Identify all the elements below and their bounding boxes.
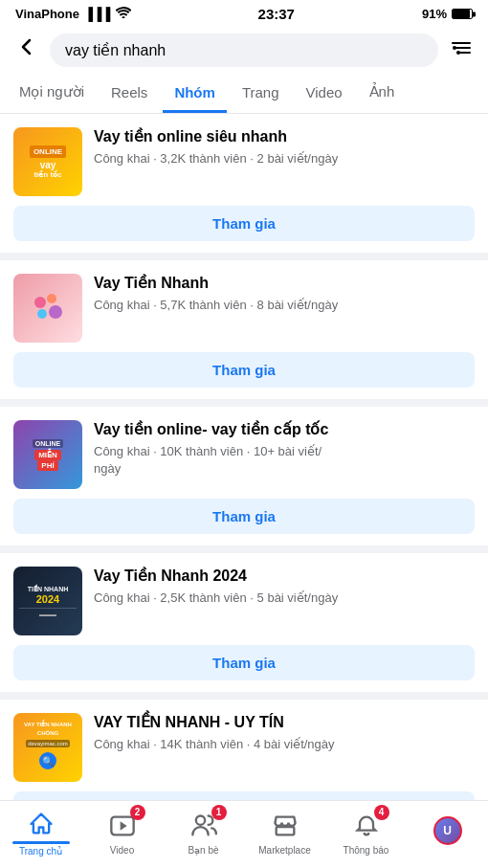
group-meta: Công khai · 14K thành viên · 4 bài viết/… bbox=[94, 736, 475, 753]
svg-point-3 bbox=[453, 46, 456, 50]
nav-icon-wrap bbox=[24, 807, 58, 841]
carrier-info: VinaPhone ▐▐▐ bbox=[15, 7, 131, 21]
nav-icon-wrap: 4 bbox=[349, 809, 384, 843]
group-top: ONLINE vay tiền tốc Vay tiền online siêu… bbox=[13, 127, 475, 196]
battery-icon bbox=[452, 9, 473, 19]
avatar: U bbox=[433, 816, 462, 845]
nav-item-marketplace[interactable]: Marketplace bbox=[256, 809, 314, 856]
filter-tabs: Mọi người Reels Nhóm Trang Video Ảnh bbox=[0, 74, 488, 114]
nav-icon-wrap bbox=[268, 809, 302, 843]
tab-moi-nguoi[interactable]: Mọi người bbox=[8, 74, 96, 113]
group-meta: Công khai · 2,5K thành viên · 5 bài viết… bbox=[94, 590, 475, 607]
signal-icon: ▐▐▐ bbox=[84, 7, 111, 21]
group-name: Vay Tiền Nhanh bbox=[94, 274, 475, 294]
search-row: vay tiền nhanh bbox=[0, 26, 488, 74]
group-top: Vay Tiền Nhanh Công khai · 5,7K thành vi… bbox=[13, 274, 475, 343]
group-thumbnail: TIỀN NHANH 2024 ▬▬▬ bbox=[13, 567, 82, 635]
wifi-icon bbox=[116, 7, 131, 21]
group-top: TIỀN NHANH 2024 ▬▬▬ Vay Tiền Nhanh 2024 … bbox=[13, 567, 475, 635]
nav-label-thong-bao: Thông báo bbox=[344, 845, 389, 856]
svg-point-7 bbox=[49, 305, 62, 319]
nav-item-avatar[interactable]: U bbox=[419, 813, 477, 850]
group-name: VAY TIỀN NHANH - UY TÍN bbox=[94, 713, 475, 733]
status-bar: VinaPhone ▐▐▐ 23:37 91% bbox=[0, 0, 488, 26]
friends-badge: 1 bbox=[211, 805, 227, 820]
list-item: TIỀN NHANH 2024 ▬▬▬ Vay Tiền Nhanh 2024 … bbox=[0, 553, 488, 700]
svg-point-5 bbox=[34, 297, 46, 308]
join-button[interactable]: Tham gia bbox=[13, 206, 475, 241]
list-item: Vay Tiền Nhanh Công khai · 5,7K thành vi… bbox=[0, 260, 488, 407]
group-meta: Công khai · 3,2K thành viên · 2 bài viết… bbox=[94, 150, 475, 167]
list-item: ONLINE vay tiền tốc Vay tiền online siêu… bbox=[0, 114, 488, 260]
group-thumbnail: ONLINE MIỄN PHÍ bbox=[13, 420, 82, 489]
tab-anh[interactable]: Ảnh bbox=[358, 74, 407, 113]
group-info: Vay Tiền Nhanh Công khai · 5,7K thành vi… bbox=[94, 274, 475, 314]
svg-point-4 bbox=[456, 51, 460, 55]
group-thumbnail bbox=[13, 274, 82, 343]
group-meta: Công khai · 5,7K thành viên · 8 bài viết… bbox=[94, 297, 475, 314]
join-button[interactable]: Tham gia bbox=[13, 499, 475, 534]
home-icon bbox=[28, 811, 55, 837]
filter-button[interactable] bbox=[446, 33, 477, 68]
list-item: ONLINE MIỄN PHÍ Vay tiền online- vay tiề… bbox=[0, 407, 488, 553]
join-button[interactable]: Tham gia bbox=[13, 352, 475, 388]
back-button[interactable] bbox=[11, 32, 42, 68]
svg-text:🔍: 🔍 bbox=[42, 755, 55, 768]
group-name: Vay tiền online- vay tiền cấp tốc bbox=[94, 420, 475, 440]
group-top: ONLINE MIỄN PHÍ Vay tiền online- vay tiề… bbox=[13, 420, 475, 489]
tab-video[interactable]: Video bbox=[295, 75, 354, 113]
svg-point-6 bbox=[47, 294, 56, 303]
group-info: Vay tiền online- vay tiền cấp tốc Công k… bbox=[94, 420, 475, 478]
marketplace-icon bbox=[272, 812, 299, 839]
group-thumbnail: ONLINE vay tiền tốc bbox=[13, 127, 82, 196]
carrier-name: VinaPhone bbox=[15, 7, 79, 21]
tab-reels[interactable]: Reels bbox=[100, 75, 159, 113]
tab-nhom[interactable]: Nhóm bbox=[163, 75, 227, 113]
search-query: vay tiền nhanh bbox=[65, 41, 166, 59]
nav-icon-wrap: 1 bbox=[187, 809, 221, 843]
video-badge: 2 bbox=[130, 805, 145, 820]
nav-label-trang-chu: Trang chủ bbox=[19, 846, 62, 857]
nav-item-ban-be[interactable]: 1 Bạn bè bbox=[175, 809, 233, 856]
group-top: VAY TIỀN NHANH CHÓNG devayimac.com 🔍 VAY… bbox=[13, 713, 475, 782]
nav-label-video: Video bbox=[110, 845, 134, 856]
nav-label-ban-be: Bạn bè bbox=[188, 845, 218, 856]
group-info: Vay Tiền Nhanh 2024 Công khai · 2,5K thà… bbox=[94, 567, 475, 607]
battery-percent: 91% bbox=[422, 7, 447, 21]
join-button[interactable]: Tham gia bbox=[13, 645, 475, 680]
nav-icon-wrap: U bbox=[431, 813, 465, 848]
group-meta: Công khai · 10K thành viên · 10+ bài viế… bbox=[94, 443, 475, 478]
group-name: Vay Tiền Nhanh 2024 bbox=[94, 567, 475, 587]
nav-icon-wrap: 2 bbox=[105, 809, 140, 843]
nav-item-trang-chu[interactable]: Trang chủ bbox=[12, 807, 70, 857]
group-list: ONLINE vay tiền tốc Vay tiền online siêu… bbox=[0, 114, 488, 838]
nav-item-video[interactable]: 2 Video bbox=[94, 809, 151, 856]
bottom-nav: Trang chủ 2 Video 1 Bạn bè bbox=[0, 800, 488, 868]
tab-trang[interactable]: Trang bbox=[231, 75, 291, 113]
group-name: Vay tiền online siêu nhanh bbox=[94, 127, 475, 147]
nav-label-marketplace: Marketplace bbox=[258, 845, 310, 856]
nav-item-thong-bao[interactable]: 4 Thông báo bbox=[338, 809, 395, 856]
svg-point-8 bbox=[37, 309, 47, 319]
notification-badge: 4 bbox=[374, 805, 389, 820]
battery-info: 91% bbox=[422, 7, 473, 21]
svg-marker-12 bbox=[120, 821, 126, 830]
svg-point-13 bbox=[195, 815, 204, 824]
search-input-wrap[interactable]: vay tiền nhanh bbox=[50, 33, 438, 67]
active-indicator bbox=[12, 841, 70, 844]
group-info: VAY TIỀN NHANH - UY TÍN Công khai · 14K … bbox=[94, 713, 475, 753]
group-thumbnail: VAY TIỀN NHANH CHÓNG devayimac.com 🔍 bbox=[13, 713, 82, 782]
time-display: 23:37 bbox=[258, 6, 295, 22]
svg-rect-14 bbox=[276, 827, 294, 835]
group-info: Vay tiền online siêu nhanh Công khai · 3… bbox=[94, 127, 475, 167]
